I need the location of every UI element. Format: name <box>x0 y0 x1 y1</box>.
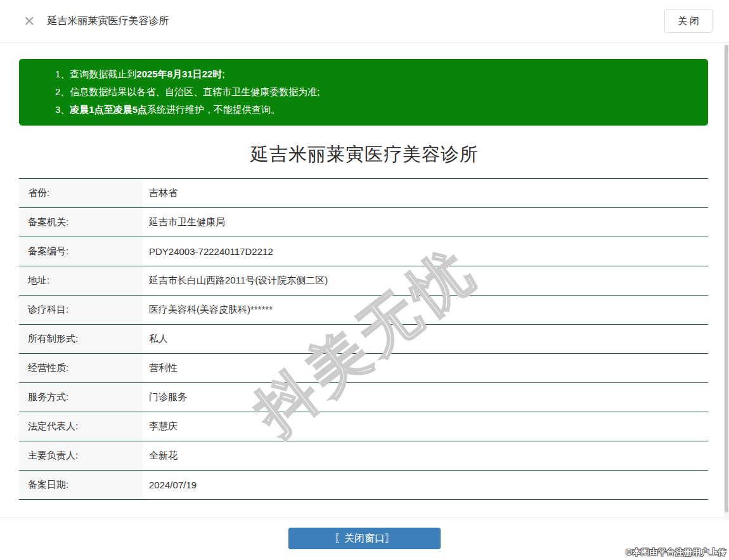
row-value: 2024/07/19 <box>143 471 708 499</box>
table-row: 法定代表人: 李慧庆 <box>19 412 708 441</box>
table-row: 备案机关: 延吉市卫生健康局 <box>19 208 708 237</box>
notice-line-number: 3、 <box>55 104 70 115</box>
table-row: 诊疗科目: 医疗美容科(美容皮肤科)****** <box>19 296 708 325</box>
row-label: 法定代表人: <box>19 412 143 441</box>
notice-line: 2、信息数据结果以各省、自治区、直辖市卫生健康委数据为准; <box>55 83 695 101</box>
notice-line-text: 系统进行维护，不能提供查询。 <box>147 104 280 115</box>
page-title: 延吉米丽莱寅医疗美容诊所 <box>0 142 729 167</box>
row-label: 主要负责人: <box>19 441 143 470</box>
notice-line-text: 信息数据结果以各省、自治区、直辖市卫生健康委数据为准; <box>70 86 319 97</box>
row-value: 延吉市卫生健康局 <box>143 208 708 237</box>
scrollbar-thumb[interactable] <box>725 45 728 512</box>
row-value: 全新花 <box>143 441 708 470</box>
row-value: 医疗美容科(美容皮肤科)****** <box>143 296 708 324</box>
row-value: 私人 <box>143 325 708 353</box>
notice-line-bold: 2025年8月31日22时 <box>136 68 222 79</box>
dialog-header: ✕ 延吉米丽莱寅医疗美容诊所 关 闭 <box>0 0 729 43</box>
info-table: 省份: 吉林省 备案机关: 延吉市卫生健康局 备案编号: PDY24003-72… <box>19 178 708 500</box>
table-row: 主要负责人: 全新花 <box>19 441 708 471</box>
row-value: 门诊服务 <box>143 383 708 412</box>
table-row: 备案编号: PDY24003-722240117D2212 <box>19 237 708 266</box>
row-label: 备案机关: <box>19 208 143 237</box>
notice-box: 1、查询数据截止到2025年8月31日22时; 2、信息数据结果以各省、自治区、… <box>19 59 708 126</box>
row-label: 备案编号: <box>19 237 143 266</box>
scrollbar[interactable] <box>724 44 729 519</box>
notice-line-text: ; <box>222 68 224 79</box>
row-label: 地址: <box>19 266 143 295</box>
row-label: 省份: <box>19 179 143 207</box>
table-row: 经营性质: 营利性 <box>19 354 708 383</box>
row-label: 所有制形式: <box>19 325 143 353</box>
notice-line-text: 查询数据截止到 <box>70 68 136 79</box>
footer: 〖关闭窗口〗 <box>0 518 729 558</box>
row-label: 经营性质: <box>19 354 143 382</box>
table-row: 备案日期: 2024/07/19 <box>19 471 708 500</box>
table-row: 省份: 吉林省 <box>19 179 708 208</box>
row-value: 营利性 <box>143 354 708 382</box>
row-label: 诊疗科目: <box>19 296 143 324</box>
copyright-note: ©本图由平台注册用户上传 <box>626 547 726 558</box>
notice-line-number: 2、 <box>55 86 70 97</box>
row-label: 服务方式: <box>19 383 143 412</box>
dialog-content: 1、查询数据截止到2025年8月31日22时; 2、信息数据结果以各省、自治区、… <box>0 59 729 500</box>
close-window-button[interactable]: 〖关闭窗口〗 <box>288 528 441 549</box>
table-row: 地址: 延吉市长白山西路2011号(设计院东侧二区) <box>19 266 708 296</box>
close-icon[interactable]: ✕ <box>23 15 35 29</box>
table-row: 所有制形式: 私人 <box>19 325 708 354</box>
row-value: 李慧庆 <box>143 412 708 441</box>
dialog-title: 延吉米丽莱寅医疗美容诊所 <box>47 15 169 28</box>
row-value: 吉林省 <box>143 179 708 207</box>
table-row: 服务方式: 门诊服务 <box>19 383 708 412</box>
notice-line-bold: 凌晨1点至凌晨5点 <box>70 104 147 115</box>
row-value: PDY24003-722240117D2212 <box>143 237 708 266</box>
close-button[interactable]: 关 闭 <box>664 10 713 33</box>
notice-line: 1、查询数据截止到2025年8月31日22时; <box>55 65 695 83</box>
row-value: 延吉市长白山西路2011号(设计院东侧二区) <box>143 266 708 295</box>
row-label: 备案日期: <box>19 471 143 499</box>
notice-line-number: 1、 <box>55 68 70 79</box>
notice-line: 3、凌晨1点至凌晨5点系统进行维护，不能提供查询。 <box>55 101 695 119</box>
